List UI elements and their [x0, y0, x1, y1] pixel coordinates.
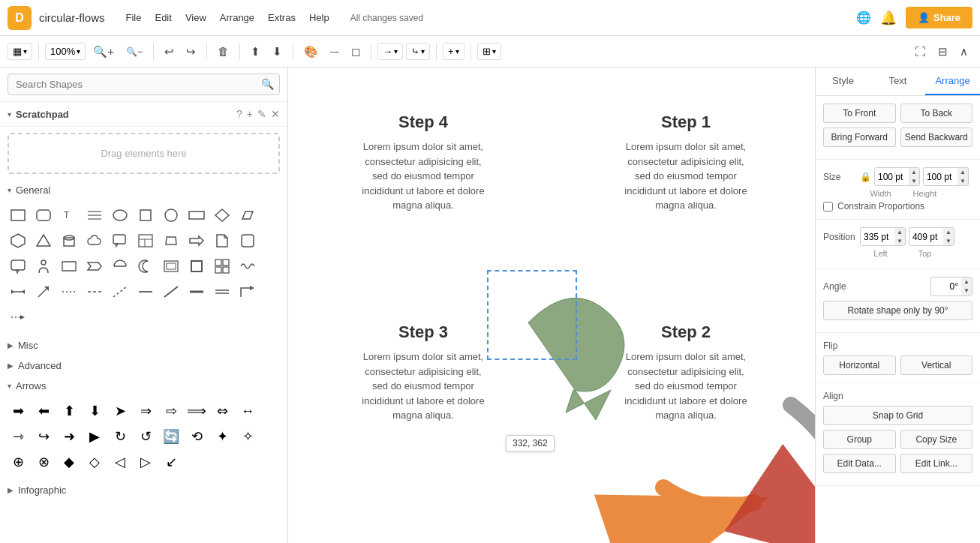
arrow-multi4[interactable]: ⊗	[32, 450, 56, 474]
shape-elbow-arrow[interactable]	[236, 280, 260, 304]
shape-diagonal-line[interactable]	[159, 280, 183, 304]
arrow-right-double-head[interactable]: ⇒	[134, 399, 158, 423]
fill-btn[interactable]: 🎨	[299, 42, 323, 62]
menu-help[interactable]: Help	[303, 9, 335, 26]
shape-lines[interactable]	[83, 203, 107, 227]
shape-square2[interactable]	[185, 254, 209, 278]
flip-horizontal-btn[interactable]: Horizontal	[823, 356, 896, 375]
shape-text[interactable]: T	[57, 203, 81, 227]
shape-dotted-arrow[interactable]	[6, 305, 30, 329]
to-back-toolbar-btn[interactable]: ⬇	[268, 42, 287, 62]
notification-icon[interactable]: 🔔	[880, 10, 897, 26]
zoom-out-btn[interactable]: 🔍−	[122, 44, 147, 60]
scratchpad-add[interactable]: +	[247, 108, 253, 120]
shape-rounded-rect[interactable]	[32, 203, 56, 227]
arrow-rotate-left[interactable]: ↺	[134, 424, 158, 448]
arrow-rotate-right[interactable]: ↻	[108, 424, 132, 448]
shape-circle[interactable]	[159, 203, 183, 227]
shape-thick-line[interactable]	[185, 280, 209, 304]
shape-chevron[interactable]	[83, 254, 107, 278]
waypoint-style[interactable]: ⤷ ▾	[406, 43, 430, 60]
menu-edit[interactable]: Edit	[149, 9, 177, 26]
fullscreen-btn[interactable]: ⛶	[910, 42, 930, 62]
shape-dbl-line[interactable]	[210, 280, 234, 304]
arrow-multi5[interactable]: ◆	[57, 450, 81, 474]
menu-extras[interactable]: Extras	[262, 9, 302, 26]
rotate-shape-btn[interactable]: Rotate shape only by 90°	[823, 301, 972, 320]
shape-callout[interactable]	[108, 229, 132, 253]
shape-parallelogram[interactable]	[236, 203, 260, 227]
flip-vertical-btn[interactable]: Vertical	[900, 356, 973, 375]
arrow-reflex[interactable]: ⟲	[185, 424, 209, 448]
canvas-inner[interactable]: Step 4 Lorem ipsum dolor sit amet, conse…	[288, 68, 815, 543]
tab-arrange[interactable]: Arrange	[925, 68, 980, 95]
menu-arrange[interactable]: Arrange	[214, 9, 260, 26]
bring-forward-btn[interactable]: Bring Forward	[823, 128, 896, 147]
shape-grid-view[interactable]	[210, 254, 234, 278]
shape-line[interactable]	[134, 280, 158, 304]
search-input[interactable]	[8, 74, 280, 95]
shadow-btn[interactable]: ◻	[347, 42, 365, 62]
shape-person[interactable]	[32, 254, 56, 278]
zoom-control[interactable]: 100% ▾	[45, 43, 86, 60]
arrow-both-ways[interactable]: ⇔	[210, 399, 234, 423]
edit-link-btn[interactable]: Edit Link...	[900, 454, 973, 473]
arrow-multi6[interactable]: ◇	[83, 450, 107, 474]
height-input[interactable]	[924, 170, 957, 184]
arrow-multi1[interactable]: ✦	[210, 424, 234, 448]
shape-ellipse[interactable]	[108, 203, 132, 227]
menu-view[interactable]: View	[179, 9, 212, 26]
to-back-btn[interactable]: To Back	[900, 104, 973, 123]
shape-triangle[interactable]	[32, 229, 56, 253]
shape-arrow-right[interactable]	[185, 229, 209, 253]
shape-diamond[interactable]	[210, 203, 234, 227]
scratchpad-drop-zone[interactable]: Drag elements here	[8, 133, 280, 174]
arrow-right-fat[interactable]: ➤	[108, 399, 132, 423]
arrow-multi2[interactable]: ✧	[236, 424, 260, 448]
shape-square[interactable]	[134, 203, 158, 227]
tab-style[interactable]: Style	[816, 68, 870, 95]
shape-arrow-up-right[interactable]	[32, 280, 56, 304]
shape-2way-arrow[interactable]	[6, 280, 30, 304]
arrow-multi8[interactable]: ▷	[134, 450, 158, 474]
shape-diagonal-dotted[interactable]	[108, 280, 132, 304]
shape-inner-rect[interactable]	[159, 254, 183, 278]
left-input[interactable]	[861, 230, 894, 244]
arrow-right-outline[interactable]: ⇨	[159, 399, 183, 423]
collapse-btn[interactable]: ∧	[955, 42, 972, 62]
edit-data-btn[interactable]: Edit Data...	[823, 454, 896, 473]
arrow-right-half[interactable]: ⇾	[6, 424, 30, 448]
arrow-down-single[interactable]: ⬇	[83, 399, 107, 423]
line-color-btn[interactable]: —	[326, 44, 344, 60]
scratchpad-edit[interactable]: ✎	[257, 108, 266, 120]
constrain-checkbox[interactable]	[823, 202, 833, 212]
zoom-in-btn[interactable]: 🔍+	[89, 42, 119, 62]
arrow-right-3d[interactable]: ➜	[57, 424, 81, 448]
undo-btn[interactable]: ↩	[160, 42, 179, 62]
section-general[interactable]: ▾ General	[0, 180, 287, 200]
top-input[interactable]	[909, 230, 943, 244]
top-down[interactable]: ▼	[943, 237, 954, 246]
arrow-multi7[interactable]: ◁	[108, 450, 132, 474]
canvas[interactable]: Step 4 Lorem ipsum dolor sit amet, conse…	[288, 68, 815, 543]
copy-size-btn[interactable]: Copy Size	[900, 430, 973, 449]
send-backward-btn[interactable]: Send Backward	[900, 128, 973, 147]
share-button[interactable]: 👤 Share	[906, 7, 972, 28]
arrow-right-single[interactable]: ➡	[6, 399, 30, 423]
section-arrows[interactable]: ▾ Arrows	[0, 376, 287, 396]
left-up[interactable]: ▲	[894, 228, 905, 237]
arrow-spiral[interactable]: 🔄	[159, 424, 183, 448]
snap-to-grid-btn[interactable]: Snap to Grid	[823, 406, 972, 425]
selected-shape-box[interactable]	[487, 270, 577, 360]
arrow-multi3[interactable]: ⊕	[6, 450, 30, 474]
delete-btn[interactable]: 🗑	[213, 42, 233, 61]
scratchpad-close[interactable]: ✕	[271, 108, 280, 120]
shape-cloud[interactable]	[83, 229, 107, 253]
section-infographic[interactable]: ▶ Infographic	[0, 480, 287, 500]
shape-cylinder[interactable]	[57, 229, 81, 253]
table-btn[interactable]: ⊞ ▾	[477, 43, 501, 60]
tab-text[interactable]: Text	[870, 68, 925, 95]
angle-down[interactable]: ▼	[961, 286, 972, 296]
shape-wide-rect[interactable]	[185, 203, 209, 227]
arrow-h-double[interactable]: ↔	[236, 399, 260, 423]
